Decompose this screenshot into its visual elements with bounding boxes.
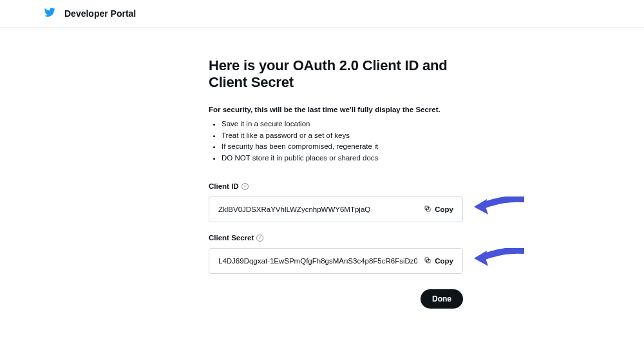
bullet-item: DO NOT store it in public places or shar… — [222, 153, 463, 164]
done-button[interactable]: Done — [421, 289, 463, 309]
page-title: Here is your OAuth 2.0 Client ID and Cli… — [209, 57, 463, 91]
client-id-box: ZklBV0JDSXRaYVhlLWZycnhpWWY6MTpjaQ Copy — [209, 196, 463, 222]
twitter-logo-icon — [44, 6, 55, 21]
client-id-value: ZklBV0JDSXRaYVhlLWZycnhpWWY6MTpjaQ — [218, 206, 370, 213]
copy-client-id-button[interactable]: Copy — [424, 205, 453, 214]
copy-label: Copy — [435, 206, 453, 213]
client-secret-label: Client Secret i — [209, 234, 463, 242]
bullet-item: If security has been compromised, regene… — [222, 141, 463, 153]
client-secret-value: L4DJ69Dqgxat-1EwSPmQfgFh8gsMAnS3c4p8F5cR… — [218, 257, 417, 265]
copy-icon — [424, 205, 431, 214]
annotation-arrow — [471, 196, 524, 217]
copy-client-secret-button[interactable]: Copy — [424, 256, 453, 265]
copy-icon — [424, 256, 431, 265]
annotation-arrow — [471, 248, 524, 269]
main-content: Here is your OAuth 2.0 Client ID and Cli… — [209, 28, 463, 309]
info-icon[interactable]: i — [242, 183, 249, 190]
client-secret-group: Client Secret i L4DJ69Dqgxat-1EwSPmQfgFh… — [209, 234, 463, 274]
copy-label: Copy — [435, 257, 453, 265]
security-bullets: Save it in a secure location Treat it li… — [209, 119, 463, 164]
bullet-item: Treat it like a password or a set of key… — [222, 130, 463, 142]
bullet-item: Save it in a secure location — [222, 119, 463, 130]
client-id-group: Client ID i ZklBV0JDSXRaYVhlLWZycnhpWWY6… — [209, 182, 463, 222]
security-warning: For security, this will be the last time… — [209, 106, 463, 113]
client-secret-label-text: Client Secret — [209, 234, 254, 242]
info-icon[interactable]: i — [256, 235, 263, 242]
portal-title: Developer Portal — [64, 8, 136, 19]
header-bar: Developer Portal — [0, 0, 644, 28]
done-row: Done — [209, 289, 463, 309]
client-secret-box: L4DJ69Dqgxat-1EwSPmQfgFh8gsMAnS3c4p8F5cR… — [209, 248, 463, 274]
client-id-label-text: Client ID — [209, 182, 239, 190]
client-id-label: Client ID i — [209, 182, 463, 190]
